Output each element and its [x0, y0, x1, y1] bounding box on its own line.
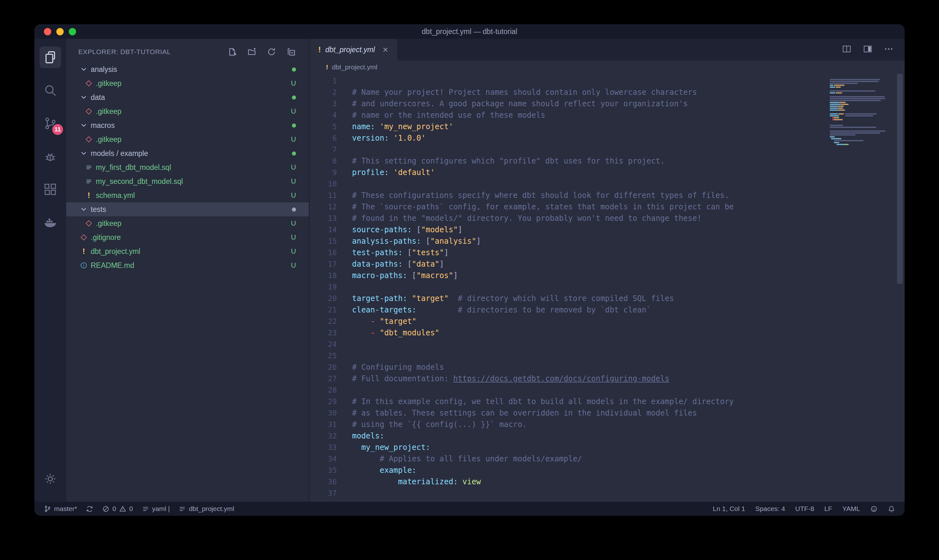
code-text: # and underscores. A good package name s…: [337, 98, 688, 109]
code-line-37[interactable]: 37: [309, 488, 905, 499]
code-line-1[interactable]: 1: [309, 75, 905, 86]
zoom-window-button[interactable]: [69, 28, 76, 35]
activitybar-docker[interactable]: [34, 206, 66, 239]
editor[interactable]: 12# Name your project! Project names sho…: [309, 74, 905, 502]
code-line-25[interactable]: 25: [309, 350, 905, 362]
breadcrumb-item-file[interactable]: dbt_project.yml: [332, 63, 377, 71]
code-line-16[interactable]: 16test-paths: ["tests"]: [309, 247, 905, 258]
tree-file--gitkeep[interactable]: .gitkeepU: [66, 105, 309, 118]
code-line-15[interactable]: 15analysis-paths: ["analysis"]: [309, 235, 905, 247]
cursor-position[interactable]: Ln 1, Col 1: [713, 505, 745, 512]
code-line-34[interactable]: 34 # Applies to all files under models/e…: [309, 453, 905, 465]
code-line-36[interactable]: 36 materialized: view: [309, 476, 905, 488]
close-window-button[interactable]: [44, 28, 51, 35]
minimap[interactable]: [830, 77, 887, 148]
code-line-20[interactable]: 20target-path: "target" # directory whic…: [309, 293, 905, 304]
code-text: # using the `{{ config(...) }}` macro.: [337, 419, 527, 430]
line-number: 3: [309, 98, 337, 109]
code-line-7[interactable]: 7: [309, 144, 905, 155]
code-line-31[interactable]: 31# using the `{{ config(...) }}` macro.: [309, 419, 905, 430]
code-line-29[interactable]: 29# In this example config, we tell dbt …: [309, 396, 905, 407]
code-line-28[interactable]: 28: [309, 385, 905, 396]
code-text: profile: 'default': [337, 167, 435, 178]
code-line-13[interactable]: 13# found in the "models/" directory. Yo…: [309, 212, 905, 224]
language-mode[interactable]: YAML: [842, 505, 860, 512]
activitybar-search[interactable]: [34, 74, 66, 107]
code-line-24[interactable]: 24: [309, 338, 905, 350]
code-line-32[interactable]: 32models:: [309, 430, 905, 442]
tree-file--gitkeep[interactable]: .gitkeepU: [66, 76, 309, 90]
tree-file-readme-md[interactable]: README.mdU: [66, 258, 309, 272]
tree-file-my-first-dbt-model-sql[interactable]: my_first_dbt_model.sqlU: [66, 160, 309, 174]
new-file-button[interactable]: [227, 47, 237, 57]
code-line-8[interactable]: 8# This setting configures which "profil…: [309, 155, 905, 167]
code-line-21[interactable]: 21clean-targets: # directories to be rem…: [309, 304, 905, 315]
linter-status[interactable]: yaml |: [142, 505, 170, 512]
tree-file--gitkeep[interactable]: .gitkeepU: [66, 216, 309, 230]
tree-folder-macros[interactable]: macros: [66, 118, 309, 132]
activitybar-source-control[interactable]: 11: [34, 107, 66, 140]
code-text: # as tables. These settings can be overr…: [337, 407, 697, 419]
branch-indicator[interactable]: master*: [44, 505, 77, 512]
code-line-19[interactable]: 19: [309, 281, 905, 293]
code-line-18[interactable]: 18macro-paths: ["macros"]: [309, 270, 905, 281]
tab-dbt-project-yml[interactable]: ! dbt_project.yml ×: [309, 39, 397, 60]
git-status-badge: U: [291, 107, 296, 115]
git-status-badge: U: [291, 247, 296, 255]
tree-folder-analysis[interactable]: analysis: [66, 62, 309, 76]
code-text: # The `source-paths` config, for example…: [337, 201, 734, 212]
activitybar-settings[interactable]: [34, 462, 66, 495]
code-line-30[interactable]: 30# as tables. These settings can be ove…: [309, 407, 905, 419]
tree-file--gitignore[interactable]: .gitignoreU: [66, 230, 309, 245]
line-number: 18: [309, 270, 337, 281]
code-line-5[interactable]: 5name: 'my_new_project': [309, 121, 905, 132]
activitybar-extensions[interactable]: [34, 173, 66, 206]
close-tab-icon[interactable]: ×: [383, 45, 388, 54]
problems-indicator[interactable]: 0 0: [102, 505, 133, 512]
feedback-smiley-button[interactable]: [870, 505, 877, 512]
code-line-35[interactable]: 35 example:: [309, 465, 905, 476]
code-line-22[interactable]: 22 - "target": [309, 315, 905, 327]
vertical-scrollbar[interactable]: [897, 74, 903, 284]
activitybar-run-debug[interactable]: [34, 140, 66, 173]
tree-folder-tests[interactable]: tests: [66, 202, 309, 216]
code-line-6[interactable]: 6version: '1.0.0': [309, 132, 905, 144]
code-line-10[interactable]: 10: [309, 178, 905, 190]
code-line-2[interactable]: 2# Name your project! Project names shou…: [309, 86, 905, 98]
code-line-4[interactable]: 4# name or the intended use of these mod…: [309, 109, 905, 121]
more-actions-button[interactable]: [884, 44, 894, 55]
refresh-explorer-button[interactable]: [267, 47, 276, 57]
new-folder-button[interactable]: [247, 47, 257, 57]
encoding-setting[interactable]: UTF-8: [795, 505, 814, 512]
active-file-indicator[interactable]: dbt_project.yml: [179, 505, 234, 512]
breadcrumb[interactable]: ! dbt_project.yml: [309, 60, 905, 74]
code-line-27[interactable]: 27# Full documentation: https://docs.get…: [309, 373, 905, 385]
tree-folder-data[interactable]: data: [66, 90, 309, 105]
line-number: 27: [309, 373, 337, 385]
notifications-bell-button[interactable]: [888, 505, 895, 512]
split-editor-button[interactable]: [842, 44, 852, 55]
code-line-9[interactable]: 9profile: 'default': [309, 167, 905, 178]
code-line-23[interactable]: 23 - "dbt_modules": [309, 327, 905, 338]
code-line-12[interactable]: 12# The `source-paths` config, for examp…: [309, 201, 905, 212]
eol-setting[interactable]: LF: [824, 505, 832, 512]
code-line-14[interactable]: 14source-paths: ["models"]: [309, 224, 905, 235]
sync-changes-button[interactable]: [86, 505, 93, 512]
code-line-11[interactable]: 11# These configurations specify where d…: [309, 190, 905, 201]
toggle-layout-button[interactable]: [863, 44, 873, 55]
code-line-17[interactable]: 17data-paths: ["data"]: [309, 258, 905, 270]
explorer-sidebar: EXPLORER: DBT-TUTORIAL analysis.gitkeepU…: [66, 39, 309, 502]
code-line-33[interactable]: 33 my_new_project:: [309, 442, 905, 453]
tree-file--gitkeep[interactable]: .gitkeepU: [66, 132, 309, 146]
code-text: [337, 144, 352, 155]
tree-file-schema-yml[interactable]: !schema.ymlU: [66, 188, 309, 202]
activitybar-explorer[interactable]: [34, 41, 66, 74]
tree-file-dbt-project-yml[interactable]: !dbt_project.ymlU: [66, 245, 309, 258]
minimize-window-button[interactable]: [56, 28, 64, 35]
tree-file-my-second-dbt-model-sql[interactable]: my_second_dbt_model.sqlU: [66, 174, 309, 188]
code-line-3[interactable]: 3# and underscores. A good package name …: [309, 98, 905, 109]
indentation-setting[interactable]: Spaces: 4: [755, 505, 785, 512]
collapse-folders-button[interactable]: [286, 47, 296, 57]
tree-folder-models-example[interactable]: models / example: [66, 146, 309, 160]
code-line-26[interactable]: 26# Configuring models: [309, 362, 905, 373]
